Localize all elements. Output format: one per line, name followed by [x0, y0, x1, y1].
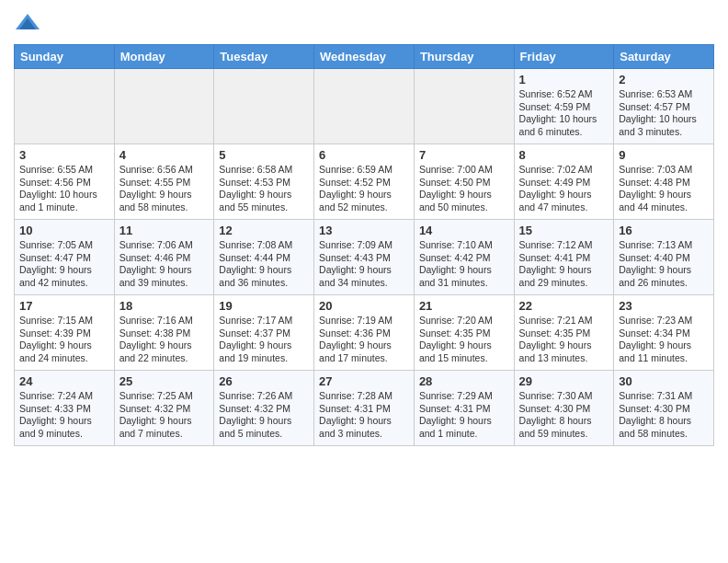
day-info: Sunrise: 7:26 AM: [219, 390, 309, 403]
day-info: Sunrise: 7:15 AM: [19, 315, 109, 327]
day-info: Sunset: 4:36 PM: [319, 327, 409, 340]
day-info: Sunrise: 7:17 AM: [219, 315, 309, 327]
day-info: Daylight: 9 hours and 55 minutes.: [219, 189, 309, 213]
col-header-wednesday: Wednesday: [314, 45, 415, 69]
day-cell: 8Sunrise: 7:02 AMSunset: 4:49 PMDaylight…: [514, 144, 614, 220]
day-number: 23: [619, 299, 709, 313]
day-number: 1: [519, 73, 609, 86]
day-info: Sunrise: 7:08 AM: [219, 239, 309, 252]
week-row-4: 17Sunrise: 7:15 AMSunset: 4:39 PMDayligh…: [15, 295, 714, 371]
day-cell: 14Sunrise: 7:10 AMSunset: 4:42 PMDayligh…: [414, 220, 514, 295]
day-info: Sunset: 4:48 PM: [619, 177, 709, 190]
day-info: Sunset: 4:52 PM: [319, 177, 409, 190]
col-header-tuesday: Tuesday: [214, 45, 314, 69]
day-info: Sunrise: 7:13 AM: [619, 239, 709, 252]
day-number: 3: [19, 148, 109, 162]
day-cell: [15, 69, 115, 144]
day-info: Daylight: 9 hours and 17 minutes.: [319, 339, 409, 364]
day-cell: 3Sunrise: 6:55 AMSunset: 4:56 PMDaylight…: [15, 144, 115, 220]
day-number: 10: [19, 224, 109, 237]
day-cell: 28Sunrise: 7:29 AMSunset: 4:31 PMDayligh…: [414, 371, 514, 446]
day-info: Daylight: 9 hours and 44 minutes.: [619, 189, 709, 213]
day-info: Sunrise: 7:25 AM: [119, 390, 210, 403]
day-number: 2: [619, 73, 709, 86]
day-number: 15: [519, 224, 609, 237]
day-info: Sunrise: 6:53 AM: [619, 88, 709, 101]
day-info: Sunrise: 7:09 AM: [319, 239, 409, 252]
day-number: 7: [419, 148, 509, 162]
day-number: 18: [119, 299, 210, 313]
header: [14, 9, 714, 37]
day-info: Sunset: 4:49 PM: [519, 177, 609, 190]
day-info: Sunset: 4:44 PM: [219, 252, 309, 265]
day-info: Sunrise: 7:06 AM: [119, 239, 210, 252]
day-cell: 27Sunrise: 7:28 AMSunset: 4:31 PMDayligh…: [314, 371, 415, 446]
day-info: Sunrise: 7:30 AM: [519, 390, 609, 403]
week-row-1: 1Sunrise: 6:52 AMSunset: 4:59 PMDaylight…: [15, 69, 714, 144]
day-info: Sunrise: 6:55 AM: [19, 164, 109, 177]
day-cell: 26Sunrise: 7:26 AMSunset: 4:32 PMDayligh…: [214, 371, 314, 446]
day-info: Sunset: 4:33 PM: [19, 403, 109, 416]
day-info: Sunset: 4:31 PM: [419, 403, 509, 416]
day-cell: 1Sunrise: 6:52 AMSunset: 4:59 PMDaylight…: [514, 69, 614, 144]
day-info: Sunset: 4:41 PM: [519, 252, 609, 265]
week-row-3: 10Sunrise: 7:05 AMSunset: 4:47 PMDayligh…: [15, 220, 714, 295]
day-info: Daylight: 9 hours and 22 minutes.: [119, 339, 210, 364]
day-info: Sunset: 4:56 PM: [19, 177, 109, 190]
day-number: 6: [319, 148, 409, 162]
day-info: Daylight: 9 hours and 39 minutes.: [119, 264, 210, 289]
day-cell: [214, 69, 314, 144]
day-number: 9: [619, 148, 709, 162]
day-number: 24: [19, 374, 109, 388]
day-info: Sunrise: 7:10 AM: [419, 239, 509, 252]
day-info: Sunset: 4:43 PM: [319, 252, 409, 265]
day-info: Daylight: 8 hours and 59 minutes.: [519, 415, 609, 440]
day-cell: 21Sunrise: 7:20 AMSunset: 4:35 PMDayligh…: [414, 295, 514, 371]
day-info: Daylight: 9 hours and 26 minutes.: [619, 264, 709, 289]
day-info: Sunset: 4:46 PM: [119, 252, 210, 265]
day-cell: 29Sunrise: 7:30 AMSunset: 4:30 PMDayligh…: [514, 371, 614, 446]
day-info: Daylight: 9 hours and 7 minutes.: [119, 415, 210, 440]
day-cell: 11Sunrise: 7:06 AMSunset: 4:46 PMDayligh…: [114, 220, 214, 295]
col-header-friday: Friday: [514, 45, 614, 69]
day-info: Sunrise: 6:52 AM: [519, 88, 609, 101]
col-header-saturday: Saturday: [614, 45, 714, 69]
day-number: 25: [119, 374, 210, 388]
day-cell: 18Sunrise: 7:16 AMSunset: 4:38 PMDayligh…: [114, 295, 214, 371]
day-info: Daylight: 9 hours and 11 minutes.: [619, 339, 709, 364]
day-number: 13: [319, 224, 409, 237]
col-header-sunday: Sunday: [15, 45, 115, 69]
logo: [14, 9, 45, 37]
day-number: 20: [319, 299, 409, 313]
week-row-2: 3Sunrise: 6:55 AMSunset: 4:56 PMDaylight…: [15, 144, 714, 220]
day-info: Sunset: 4:40 PM: [619, 252, 709, 265]
day-info: Daylight: 9 hours and 29 minutes.: [519, 264, 609, 289]
day-info: Sunset: 4:57 PM: [619, 101, 709, 114]
day-info: Daylight: 9 hours and 5 minutes.: [219, 415, 309, 440]
day-cell: 7Sunrise: 7:00 AMSunset: 4:50 PMDaylight…: [414, 144, 514, 220]
day-cell: 22Sunrise: 7:21 AMSunset: 4:35 PMDayligh…: [514, 295, 614, 371]
day-info: Sunset: 4:32 PM: [219, 403, 309, 416]
day-info: Daylight: 9 hours and 58 minutes.: [119, 189, 210, 213]
day-cell: [414, 69, 514, 144]
day-info: Sunrise: 7:29 AM: [419, 390, 509, 403]
day-info: Daylight: 9 hours and 34 minutes.: [319, 264, 409, 289]
day-cell: 5Sunrise: 6:58 AMSunset: 4:53 PMDaylight…: [214, 144, 314, 220]
day-info: Sunrise: 6:58 AM: [219, 164, 309, 177]
day-info: Sunset: 4:37 PM: [219, 327, 309, 340]
day-cell: 15Sunrise: 7:12 AMSunset: 4:41 PMDayligh…: [514, 220, 614, 295]
day-number: 26: [219, 374, 309, 388]
day-cell: 24Sunrise: 7:24 AMSunset: 4:33 PMDayligh…: [15, 371, 115, 446]
day-info: Daylight: 9 hours and 52 minutes.: [319, 189, 409, 213]
day-cell: 25Sunrise: 7:25 AMSunset: 4:32 PMDayligh…: [114, 371, 214, 446]
day-info: Sunrise: 6:59 AM: [319, 164, 409, 177]
day-info: Sunset: 4:35 PM: [519, 327, 609, 340]
day-info: Sunrise: 7:31 AM: [619, 390, 709, 403]
day-cell: 6Sunrise: 6:59 AMSunset: 4:52 PMDaylight…: [314, 144, 415, 220]
day-info: Sunset: 4:31 PM: [319, 403, 409, 416]
day-info: Daylight: 9 hours and 47 minutes.: [519, 189, 609, 213]
day-cell: 9Sunrise: 7:03 AMSunset: 4:48 PMDaylight…: [614, 144, 714, 220]
day-info: Daylight: 10 hours and 6 minutes.: [519, 113, 609, 138]
day-info: Sunrise: 7:23 AM: [619, 315, 709, 327]
day-info: Sunrise: 7:28 AM: [319, 390, 409, 403]
